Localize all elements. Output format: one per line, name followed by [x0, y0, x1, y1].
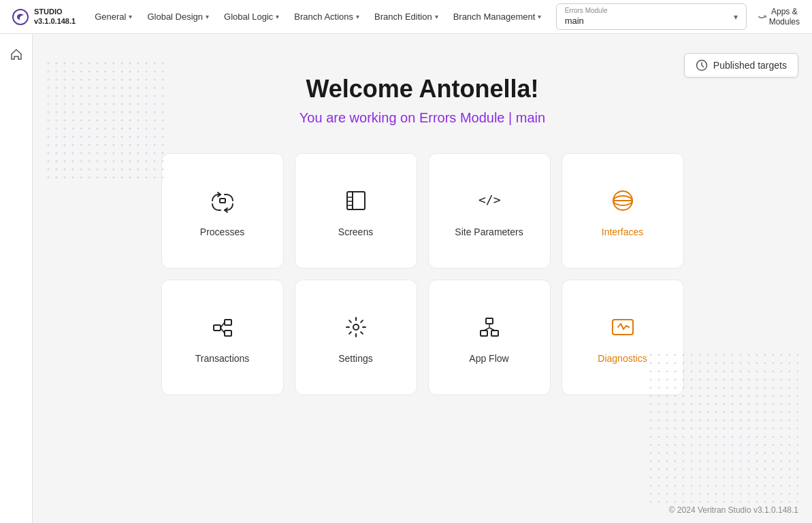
page-layout: Published targets Welcome Antonella! You… — [0, 34, 812, 523]
app-flow-label: App Flow — [469, 353, 508, 364]
apps-icon: ⤻ — [758, 10, 766, 23]
svg-rect-23 — [481, 331, 487, 336]
card-settings[interactable]: Settings — [295, 280, 417, 395]
welcome-section: Welcome Antonella! You are working on Er… — [33, 75, 812, 126]
sidebar-home-button[interactable] — [4, 42, 29, 67]
nav-item-general[interactable]: General ▾ — [88, 7, 139, 26]
chevron-down-icon: ▾ — [276, 13, 279, 20]
interfaces-label: Interfaces — [602, 226, 643, 237]
svg-text:</>: </> — [478, 192, 501, 207]
svg-rect-16 — [214, 325, 221, 331]
diagnostics-label: Diagnostics — [598, 353, 647, 364]
nav-item-branch-actions[interactable]: Branch Actions ▾ — [287, 7, 366, 26]
nav-item-branch-management[interactable]: Branch Management ▾ — [446, 7, 549, 26]
apps-modules-button[interactable]: ⤻ Apps &Modules — [751, 3, 807, 31]
logo-text: STUDIO v3.1.0.148.1 — [34, 7, 76, 25]
clock-icon — [696, 59, 708, 71]
top-navigation: STUDIO v3.1.0.148.1 General ▾ Global Des… — [0, 0, 812, 34]
processes-icon — [206, 184, 239, 217]
svg-line-20 — [221, 328, 225, 333]
svg-rect-22 — [486, 318, 493, 324]
diagnostics-icon — [606, 311, 639, 343]
chevron-down-icon: ▾ — [356, 13, 359, 20]
svg-point-21 — [353, 324, 359, 330]
settings-label: Settings — [338, 353, 373, 364]
welcome-title: Welcome Antonella! — [33, 75, 812, 103]
module-selector[interactable]: Errors Module main ▾ — [556, 3, 747, 30]
chevron-down-icon: ▾ — [538, 13, 541, 20]
card-processes[interactable]: Processes — [161, 153, 284, 269]
interfaces-icon — [606, 184, 639, 217]
logo[interactable]: STUDIO v3.1.0.148.1 — [5, 7, 81, 27]
svg-rect-18 — [225, 331, 231, 336]
site-parameters-icon: </> — [473, 184, 506, 217]
svg-rect-24 — [491, 331, 498, 336]
svg-rect-17 — [225, 320, 231, 325]
chevron-down-icon: ▾ — [206, 13, 209, 20]
settings-icon — [340, 311, 372, 343]
app-flow-icon — [473, 311, 506, 343]
card-site-parameters[interactable]: </> Site Parameters — [428, 153, 551, 269]
nav-item-branch-edition[interactable]: Branch Edition ▾ — [368, 7, 445, 26]
chevron-down-icon: ▾ — [435, 13, 438, 20]
card-app-flow[interactable]: App Flow — [428, 280, 551, 395]
logo-icon — [11, 7, 30, 27]
site-parameters-label: Site Parameters — [455, 226, 523, 237]
card-diagnostics[interactable]: Diagnostics — [562, 280, 684, 395]
module-chevron-icon: ▾ — [734, 12, 738, 22]
card-screens[interactable]: Screens — [295, 153, 417, 269]
nav-item-global-design[interactable]: Global Design ▾ — [140, 7, 216, 26]
svg-rect-7 — [347, 192, 365, 209]
transactions-icon — [206, 311, 239, 343]
svg-line-19 — [221, 322, 225, 328]
screens-label: Screens — [338, 226, 373, 237]
transactions-label: Transactions — [195, 353, 250, 364]
sidebar — [0, 34, 33, 523]
card-transactions[interactable]: Transactions — [161, 280, 284, 395]
svg-rect-6 — [220, 199, 225, 203]
home-icon — [10, 48, 23, 61]
svg-point-0 — [13, 10, 28, 24]
screens-icon — [340, 184, 372, 217]
main-content: Published targets Welcome Antonella! You… — [33, 34, 812, 523]
cards-grid: Processes Screens </> — [33, 153, 812, 395]
footer-text: © 2024 Veritran Studio v3.1.0.148.1 — [669, 505, 798, 515]
welcome-subtitle: You are working on Errors Module | main — [33, 110, 812, 126]
processes-label: Processes — [200, 226, 244, 237]
chevron-down-icon: ▾ — [129, 13, 132, 20]
card-interfaces[interactable]: Interfaces — [562, 153, 684, 269]
published-targets-button[interactable]: Published targets — [684, 53, 798, 78]
nav-item-global-logic[interactable]: Global Logic ▾ — [217, 7, 286, 26]
